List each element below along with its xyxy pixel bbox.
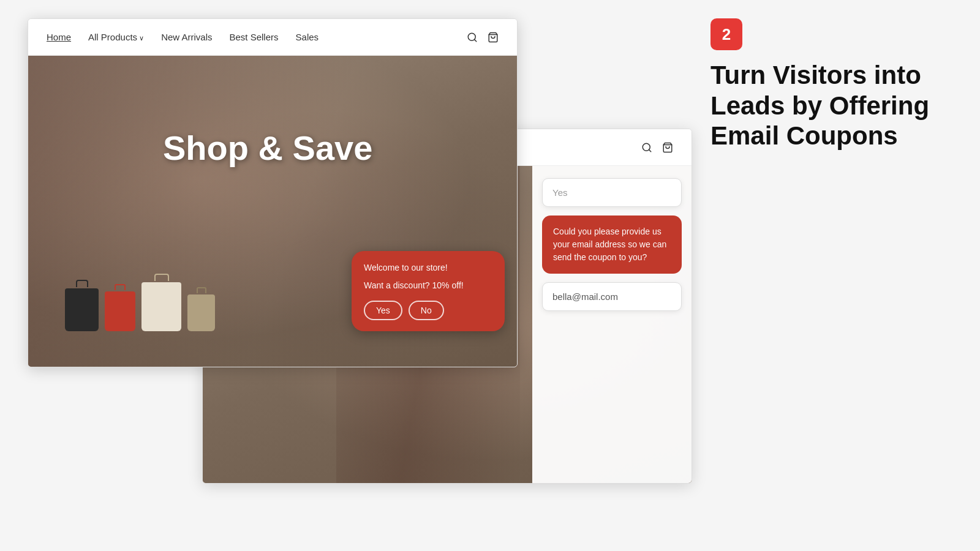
bag-tan <box>187 294 215 331</box>
hero-section: Shop & Save Welcome to our store! Want a… <box>28 56 517 367</box>
bag-red <box>105 291 135 331</box>
search-button[interactable] <box>467 32 478 43</box>
secondary-cart-button[interactable] <box>662 142 673 153</box>
navbar: Home All Products New Arrivals Best Sell… <box>28 19 517 56</box>
nav-best-sellers[interactable]: Best Sellers <box>229 32 278 42</box>
cart-icon <box>488 32 499 43</box>
secondary-search-icon <box>641 142 652 153</box>
chat-yes-response: Yes <box>542 178 682 207</box>
svg-line-4 <box>649 149 650 151</box>
hero-headline: Shop & Save <box>163 129 372 167</box>
shopping-bags <box>65 282 215 331</box>
svg-line-1 <box>474 39 476 41</box>
nav-home[interactable]: Home <box>47 32 71 42</box>
chat-email-request: Could you please provide us your email a… <box>542 216 682 274</box>
search-icon <box>467 32 478 43</box>
nav-all-products[interactable]: All Products <box>88 32 144 42</box>
chat-popup: Welcome to our store! Want a discount? 1… <box>352 251 505 331</box>
chat-no-button[interactable]: No <box>409 301 444 320</box>
bag-white <box>141 282 181 331</box>
chat-yes-button[interactable]: Yes <box>364 301 402 320</box>
chat-discount-message: Want a discount? 10% off! <box>364 280 492 292</box>
chat-action-buttons: Yes No <box>364 301 492 320</box>
main-headline: Turn Visitors into Leads by Offering Ema… <box>710 60 943 151</box>
nav-icons <box>467 32 499 43</box>
right-content-panel: 2 Turn Visitors into Leads by Offering E… <box>710 18 943 151</box>
chat-welcome-message: Welcome to our store! <box>364 262 492 274</box>
chat-email-input[interactable]: bella@mail.com <box>542 282 682 311</box>
cart-button[interactable] <box>488 32 499 43</box>
chat-panel: Yes Could you please provide us your ema… <box>532 166 692 484</box>
main-browser-window: Home All Products New Arrivals Best Sell… <box>28 18 518 367</box>
secondary-cart-icon <box>662 142 673 153</box>
secondary-search-button[interactable] <box>641 142 652 153</box>
nav-new-arrivals[interactable]: New Arrivals <box>161 32 212 42</box>
step-badge: 2 <box>710 18 742 50</box>
nav-sales[interactable]: Sales <box>296 32 319 42</box>
bag-dark <box>65 288 99 331</box>
